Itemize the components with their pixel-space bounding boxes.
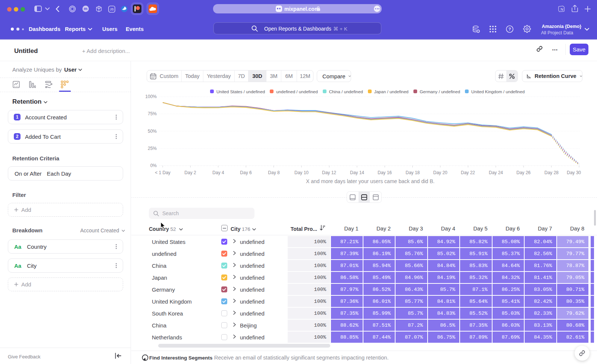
svg-text:JS: JS xyxy=(110,7,114,11)
svg-text:N: N xyxy=(560,7,563,12)
svg-text:?: ? xyxy=(508,27,511,31)
